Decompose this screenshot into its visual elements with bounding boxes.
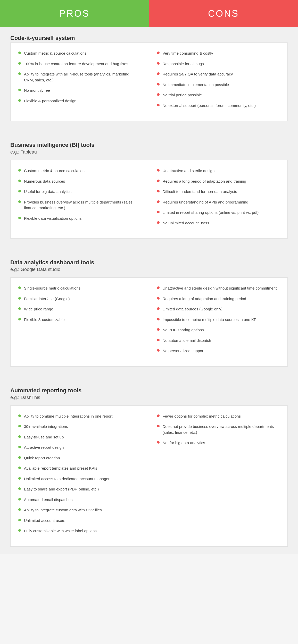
list-item-text: Fully customizable with white label opti… bbox=[24, 528, 97, 534]
list-item-text: Flexible data visualization options bbox=[24, 216, 81, 222]
list-item-text: Difficult to understand for non-data ana… bbox=[163, 189, 237, 195]
bullet-icon bbox=[18, 180, 21, 182]
list-item: Unattractive and sterile design bbox=[157, 168, 280, 174]
list-item-text: Does not provide business overview acros… bbox=[163, 424, 280, 435]
bullet-icon bbox=[18, 72, 21, 75]
list-item: Ability to combine multiple integrations… bbox=[18, 413, 141, 419]
bullet-icon bbox=[157, 93, 160, 96]
list-item: Single-source metric calculations bbox=[18, 285, 141, 291]
list-item-text: Unattractive and sterile design without … bbox=[163, 285, 277, 291]
bullet-icon bbox=[157, 286, 160, 289]
cons-label: CONS bbox=[208, 8, 239, 19]
list-item-text: Fewer options for complex metric calcula… bbox=[163, 413, 241, 419]
pros-col-bi-tools: Custom metric & source calculationsNumer… bbox=[11, 160, 149, 238]
list-item: 100% in-house control on feature develop… bbox=[18, 61, 141, 67]
list-item-text: Useful for big data analytics bbox=[24, 189, 71, 195]
bullet-icon bbox=[18, 446, 21, 448]
section-title-code-it-yourself: Code-it-yourself system bbox=[10, 35, 288, 41]
list-item-text: No monthly fee bbox=[24, 88, 50, 94]
cons-col-data-analytics-dashboard: Unattractive and sterile design without … bbox=[149, 278, 288, 366]
cons-col-bi-tools: Unattractive and sterile designRequires … bbox=[149, 160, 288, 238]
list-item-text: Custom metric & source calculations bbox=[24, 50, 87, 56]
section-data-analytics-dashboard: Data analytics dashboard toolse.g.: Goog… bbox=[0, 251, 298, 374]
bullet-icon bbox=[18, 200, 21, 203]
list-item: Requires understanding of APIs and progr… bbox=[157, 199, 280, 205]
list-item-text: Ability to integrate with all in-house t… bbox=[24, 71, 141, 83]
pros-col-automated-reporting: Ability to combine multiple integrations… bbox=[11, 406, 149, 546]
list-item: No automatic email dispatch bbox=[157, 338, 280, 344]
bullet-icon bbox=[18, 217, 21, 219]
bullet-icon bbox=[18, 487, 21, 490]
section-title-bi-tools: Business intelligence (BI) tools bbox=[10, 142, 288, 148]
bullet-icon bbox=[157, 211, 160, 213]
list-item-text: Ability to combine multiple integrations… bbox=[24, 413, 113, 419]
bullet-icon bbox=[157, 349, 160, 352]
cons-list-data-analytics-dashboard: Unattractive and sterile design without … bbox=[157, 285, 280, 354]
list-item: No PDF-sharing options bbox=[157, 327, 280, 333]
list-item-text: Requires 24/7 QA to verify data accuracy bbox=[163, 71, 233, 77]
list-item: No monthly fee bbox=[18, 88, 141, 94]
bullet-icon bbox=[18, 519, 21, 521]
list-item: No immediate implementation possible bbox=[157, 82, 280, 88]
bullet-icon bbox=[157, 221, 160, 224]
list-item: Flexible data visualization options bbox=[18, 216, 141, 222]
cons-col-automated-reporting: Fewer options for complex metric calcula… bbox=[149, 406, 288, 546]
list-item: Limited in report sharing options (onlin… bbox=[157, 210, 280, 216]
content-area-data-analytics-dashboard: Single-source metric calculationsFamilia… bbox=[10, 277, 288, 367]
list-item-text: Single-source metric calculations bbox=[24, 285, 80, 291]
bullet-icon bbox=[157, 200, 160, 203]
list-item-text: No unlimited account users bbox=[163, 220, 209, 226]
bullet-icon bbox=[18, 307, 21, 310]
list-item-text: Very time consuming & costly bbox=[163, 50, 213, 56]
list-item-text: Easy-to-use and set up bbox=[24, 434, 64, 440]
list-item: No personalized support bbox=[157, 348, 280, 354]
bullet-icon bbox=[18, 508, 21, 511]
list-item: Useful for big data analytics bbox=[18, 189, 141, 195]
list-item: Requires a long of adaptation and traini… bbox=[157, 296, 280, 302]
list-item-text: Ability to integrate custom data with CS… bbox=[24, 507, 102, 513]
list-item-text: Familiar interface (Google) bbox=[24, 296, 70, 302]
cons-list-automated-reporting: Fewer options for complex metric calcula… bbox=[157, 413, 280, 446]
bullet-icon bbox=[18, 52, 21, 54]
bullet-icon bbox=[157, 414, 160, 417]
pros-list-data-analytics-dashboard: Single-source metric calculationsFamilia… bbox=[18, 285, 141, 323]
list-item: Familiar interface (Google) bbox=[18, 296, 141, 302]
list-item: Automated email dispatches bbox=[18, 497, 141, 503]
bullet-icon bbox=[157, 83, 160, 86]
list-item: Does not provide business overview acros… bbox=[157, 424, 280, 435]
bullet-icon bbox=[18, 467, 21, 469]
list-item: Requires 24/7 QA to verify data accuracy bbox=[157, 71, 280, 77]
pros-col-code-it-yourself: Custom metric & source calculations100% … bbox=[11, 43, 149, 121]
pros-list-bi-tools: Custom metric & source calculationsNumer… bbox=[18, 168, 141, 221]
list-item: Numerous data sources bbox=[18, 179, 141, 184]
list-item-text: Not for big data analytics bbox=[163, 440, 205, 446]
bullet-icon bbox=[18, 477, 21, 480]
list-item-text: Requires understanding of APIs and progr… bbox=[163, 199, 249, 205]
bullet-icon bbox=[18, 498, 21, 501]
list-item: Unlimited access to a dedicated account … bbox=[18, 476, 141, 482]
section-automated-reporting: Automated reporting toolse.g.: DashThisA… bbox=[0, 379, 298, 554]
cons-list-bi-tools: Unattractive and sterile designRequires … bbox=[157, 168, 280, 226]
section-spacer bbox=[0, 129, 298, 134]
bullet-icon bbox=[157, 72, 160, 75]
list-item-text: No personalized support bbox=[163, 348, 205, 354]
list-item: Wide price range bbox=[18, 306, 141, 312]
list-item: Difficult to understand for non-data ana… bbox=[157, 189, 280, 195]
section-code-it-yourself: Code-it-yourself systemCustom metric & s… bbox=[0, 27, 298, 129]
bullet-icon bbox=[18, 435, 21, 438]
pros-col-data-analytics-dashboard: Single-source metric calculationsFamilia… bbox=[11, 278, 149, 366]
list-item: Limited data sources (Google only) bbox=[157, 306, 280, 312]
bullet-icon bbox=[18, 318, 21, 320]
list-item: Unlimited account users bbox=[18, 518, 141, 524]
list-item-text: Unlimited account users bbox=[24, 518, 65, 524]
list-item-text: Requires a long of adaptation and traini… bbox=[163, 296, 246, 302]
bullet-icon bbox=[18, 529, 21, 532]
bullet-icon bbox=[18, 99, 21, 102]
list-item-text: Provides business overview across multip… bbox=[24, 199, 141, 211]
pros-list-code-it-yourself: Custom metric & source calculations100% … bbox=[18, 50, 141, 104]
content-area-bi-tools: Custom metric & source calculationsNumer… bbox=[10, 160, 288, 239]
bullet-icon bbox=[157, 328, 160, 331]
section-subtitle-bi-tools: e.g.: Tableau bbox=[10, 149, 288, 155]
list-item: Ability to integrate with all in-house t… bbox=[18, 71, 141, 83]
list-item-text: Custom metric & source calculations bbox=[24, 168, 87, 174]
